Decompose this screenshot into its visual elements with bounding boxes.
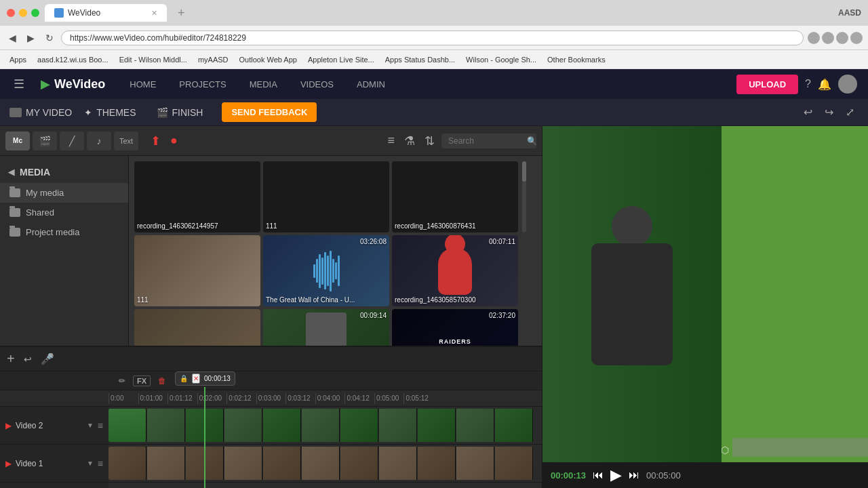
- media-type-video[interactable]: 🎬: [33, 131, 57, 150]
- pencil-tool-button[interactable]: ✏: [115, 375, 129, 387]
- track-video2-menu[interactable]: ≡: [98, 420, 103, 431]
- nav-ext-icon4[interactable]: [850, 32, 863, 44]
- themes-button[interactable]: ✦ THEMES: [76, 103, 144, 122]
- tab-close[interactable]: ✕: [151, 9, 157, 18]
- finish-button[interactable]: 🎬 FINISH: [149, 103, 212, 122]
- media-type-audio[interactable]: ♪: [87, 131, 111, 150]
- nav-ext-icon3[interactable]: [836, 32, 848, 44]
- play-button[interactable]: ▶: [610, 466, 622, 484]
- filter-button[interactable]: ⚗: [401, 132, 418, 150]
- search-input[interactable]: [448, 136, 523, 146]
- nav-admin[interactable]: ADMIN: [346, 74, 396, 95]
- bookmark-apps-status[interactable]: Apps Status Dashb...: [381, 55, 459, 64]
- app-header-right: UPLOAD ? 🔔: [736, 75, 857, 94]
- media-scrollbar[interactable]: [522, 161, 526, 232]
- media-thumb-recording1[interactable]: recording_1463062144957: [134, 161, 260, 232]
- media-type-text[interactable]: Text: [114, 131, 138, 150]
- nav-videos[interactable]: VIDEOS: [290, 74, 344, 95]
- fullscreen-button[interactable]: ⤢: [842, 103, 859, 121]
- track-audio1-header: ♪ Audio 1 ▼ ≡: [0, 483, 108, 488]
- media-thumb-wall-audio[interactable]: 03:26:08 The Great Wall of China - U...: [263, 235, 389, 306]
- v1-frame-5: [263, 447, 301, 480]
- ruler-mark-9: 0:05:00: [374, 393, 404, 404]
- skip-back-button[interactable]: ⏮: [593, 469, 604, 481]
- bookmark-apps[interactable]: Apps: [5, 55, 31, 64]
- media-thumb-recording3[interactable]: 00:07:11 recording_1463058570300: [392, 235, 518, 306]
- media-type-transition[interactable]: ╱: [60, 131, 84, 150]
- dot-yellow[interactable]: [19, 9, 27, 17]
- new-tab-button[interactable]: +: [172, 6, 191, 20]
- media-thumb-111a[interactable]: 111: [263, 161, 389, 232]
- upload-button[interactable]: UPLOAD: [736, 75, 798, 94]
- address-text: https://www.weVideo.com/hub#editor/72481…: [70, 33, 246, 43]
- media-upload-button[interactable]: ⬆: [148, 132, 163, 150]
- feedback-button[interactable]: SEND FEEDBACK: [222, 102, 317, 122]
- help-button[interactable]: ?: [805, 78, 811, 90]
- clip-frame-5: [263, 409, 301, 442]
- media-type-mc[interactable]: Mc: [5, 131, 30, 150]
- timeline-mic-button[interactable]: 🎤: [41, 352, 54, 365]
- timeline-add-button[interactable]: +: [7, 351, 15, 367]
- track-video1-menu[interactable]: ≡: [98, 458, 103, 469]
- clip-frame-10: [456, 409, 494, 442]
- video1-clip[interactable]: [108, 447, 542, 480]
- sidebar-back-button[interactable]: ◀: [8, 167, 14, 177]
- bookmark-other[interactable]: Other Bookmarks: [543, 55, 610, 64]
- bookmark-appleton[interactable]: Appleton Live Site...: [304, 55, 378, 64]
- video-controls: 00:00:13 ⏮ ▶ ⏭ 00:05:00: [542, 462, 868, 488]
- back-button[interactable]: ◀: [5, 31, 20, 45]
- media-thumb-wall2[interactable]: 20090529_Great_Wall_8185: [134, 309, 260, 346]
- sidebar-title: MEDIA: [20, 167, 50, 178]
- nav-ext-icon[interactable]: [808, 32, 820, 44]
- nav-media[interactable]: MEDIA: [239, 74, 288, 95]
- app-toolbar: MY VIDEO ✦ THEMES 🎬 FINISH SEND FEEDBACK…: [0, 99, 868, 126]
- sidebar-item-shared[interactable]: Shared: [0, 203, 128, 222]
- bookmark-myaasd[interactable]: myAASD: [194, 55, 233, 64]
- skip-forward-button[interactable]: ⏭: [629, 469, 639, 481]
- address-bar[interactable]: https://www.weVideo.com/hub#editor/72481…: [61, 30, 804, 45]
- refresh-button[interactable]: ↻: [42, 31, 57, 45]
- nav-ext-icon2[interactable]: [822, 32, 834, 44]
- project-media-folder-icon: [9, 228, 20, 237]
- media-thumb-111b[interactable]: 111: [134, 235, 260, 306]
- left-panel: Mc 🎬 ╱ ♪ Text ⬆ ● ≡ ⚗ ⇅ 🔍: [0, 126, 542, 488]
- track-video1-arrow[interactable]: ▼: [87, 460, 94, 467]
- ruler-mark-7: 0:04:00: [315, 393, 345, 404]
- browser-tab[interactable]: WeVideo ✕: [45, 4, 167, 22]
- playhead[interactable]: 🔒 ✕ 00:00:13: [175, 371, 235, 488]
- fx-button[interactable]: FX: [133, 375, 151, 386]
- delete-tool-button[interactable]: 🗑: [155, 375, 170, 387]
- media-thumb-recording2[interactable]: recording_1463060876431: [392, 161, 518, 232]
- track-video2-arrow[interactable]: ▼: [87, 422, 94, 429]
- list-view-button[interactable]: ≡: [384, 132, 397, 149]
- forward-button[interactable]: ▶: [24, 31, 38, 45]
- sidebar-item-my-media[interactable]: My media: [0, 183, 128, 203]
- media-thumb-raiders[interactable]: RAIDERS RECYCLE 02:37:20 1-22-16 Wilson …: [392, 309, 518, 346]
- timeline-undo-button[interactable]: ↩: [20, 352, 35, 366]
- playhead-line: [204, 387, 205, 488]
- nav-home[interactable]: HOME: [119, 74, 167, 95]
- media-sidebar: ◀ MEDIA My media Shared Project media: [0, 156, 129, 346]
- dot-red[interactable]: [7, 9, 15, 17]
- redo-button[interactable]: ↪: [821, 103, 837, 121]
- thumb-label-6: recording_1463058570300: [395, 296, 476, 304]
- video2-clip[interactable]: [108, 409, 542, 442]
- bookmark-edit[interactable]: Edit - Wilson Middl...: [115, 55, 191, 64]
- playhead-close-button[interactable]: ✕: [192, 373, 200, 384]
- dot-green[interactable]: [31, 9, 39, 17]
- nav-projects[interactable]: PROJECTS: [168, 74, 237, 95]
- bookmark-wilson[interactable]: Wilson - Google Sh...: [462, 55, 540, 64]
- media-thumb-recording4[interactable]: 00:09:14 recording_1462558792000: [263, 309, 389, 346]
- track-video1-header: ▶ Video 1 ▼ ≡: [0, 445, 108, 482]
- sidebar-item-project-media[interactable]: Project media: [0, 222, 128, 242]
- media-record-button[interactable]: ●: [167, 132, 180, 150]
- sort-button[interactable]: ⇅: [422, 132, 437, 150]
- bookmark-outlook[interactable]: Outlook Web App: [235, 55, 301, 64]
- video-expand-icon[interactable]: ⬡: [721, 445, 729, 455]
- bookmark-aasd[interactable]: aasd.k12.wi.us Boo...: [33, 55, 113, 64]
- user-avatar[interactable]: [838, 75, 857, 94]
- hamburger-button[interactable]: ☰: [11, 74, 27, 94]
- undo-button[interactable]: ↩: [800, 103, 816, 121]
- ruler-mark-5: 0:03:00: [256, 393, 286, 404]
- notification-button[interactable]: 🔔: [818, 78, 831, 91]
